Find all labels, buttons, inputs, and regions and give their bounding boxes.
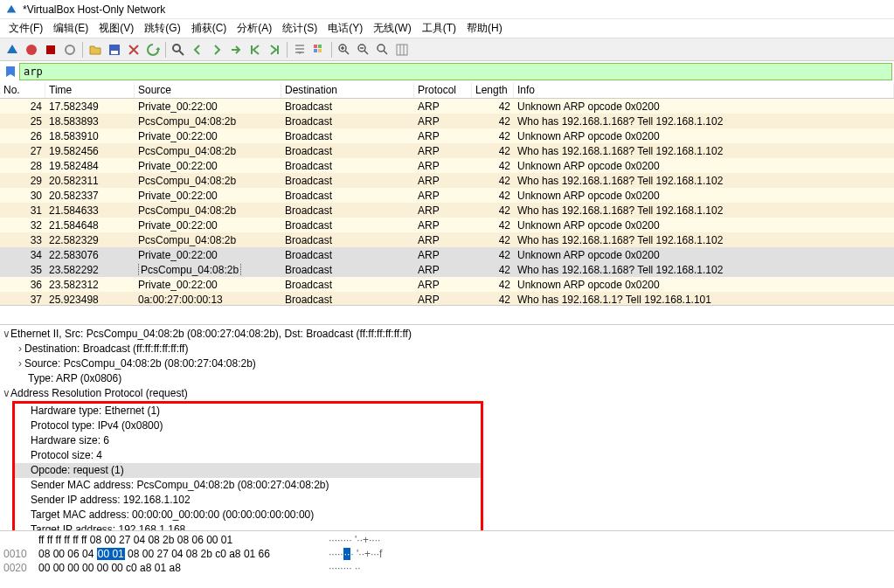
svg-rect-13	[397, 45, 407, 55]
zoom-reset-icon[interactable]	[374, 41, 392, 59]
svg-point-2	[66, 45, 74, 54]
column-no[interactable]: No.	[0, 82, 45, 98]
menu-file[interactable]: 文件(F)	[3, 19, 48, 38]
menu-analyze[interactable]: 分析(A)	[232, 19, 277, 38]
packet-list-header: No. Time Source Destination Protocol Len…	[0, 82, 894, 99]
packet-row[interactable]: 3121.584633PcsCompu_04:08:2bBroadcastARP…	[0, 203, 894, 218]
svg-rect-6	[314, 45, 317, 48]
tree-arp-hwsize[interactable]: Hardware size: 6	[15, 433, 481, 448]
column-protocol[interactable]: Protocol	[414, 82, 472, 98]
svg-point-12	[378, 45, 385, 52]
packet-row[interactable]: 3221.584648Private_00:22:00BroadcastARP4…	[0, 218, 894, 232]
go-next-icon[interactable]	[208, 41, 225, 59]
column-source[interactable]: Source	[135, 82, 281, 98]
pane-splitter[interactable]	[0, 306, 894, 325]
tree-arp-opcode[interactable]: Opcode: request (1)	[15, 463, 481, 478]
tree-eth-type[interactable]: Type: ARP (0x0806)	[0, 371, 894, 386]
resize-columns-icon[interactable]	[393, 41, 411, 59]
tree-ethernet[interactable]: ∨Ethernet II, Src: PcsCompu_04:08:2b (08…	[0, 327, 894, 342]
app-icon	[5, 3, 17, 16]
hex-row[interactable]: 0010 08 00 06 04 00 01 08 00 27 04 08 2b…	[3, 547, 891, 561]
menu-telephony[interactable]: 电话(Y)	[322, 19, 368, 38]
reload-icon[interactable]	[144, 41, 162, 59]
caret-right-icon: ›	[16, 342, 24, 356]
menu-tools[interactable]: 工具(T)	[417, 19, 461, 38]
tree-eth-dst[interactable]: ›Destination: Broadcast (ff:ff:ff:ff:ff:…	[0, 342, 894, 356]
hex-highlight: 00 01	[97, 548, 125, 560]
packet-row[interactable]: 3725.9234980a:00:27:00:00:13BroadcastARP…	[0, 292, 894, 306]
packet-row[interactable]: 2518.583893PcsCompu_04:08:2bBroadcastARP…	[0, 114, 894, 128]
packet-details-pane[interactable]: ∨Ethernet II, Src: PcsCompu_04:08:2b (08…	[0, 325, 894, 531]
caret-down-icon: ∨	[2, 327, 10, 342]
menu-capture[interactable]: 捕获(C)	[186, 19, 232, 38]
tree-arp-tip[interactable]: Target IP address: 192.168.1.168	[15, 522, 481, 531]
go-last-icon[interactable]	[266, 41, 283, 59]
zoom-in-icon[interactable]	[336, 41, 353, 59]
menu-statistics[interactable]: 统计(S)	[277, 19, 322, 38]
tree-arp-prototype[interactable]: Protocol type: IPv4 (0x0800)	[15, 419, 481, 433]
packet-row[interactable]: 3623.582312Private_00:22:00BroadcastARP4…	[0, 277, 894, 292]
column-length[interactable]: Length	[472, 82, 514, 98]
start-capture-icon[interactable]	[3, 41, 21, 59]
stop-capture-icon[interactable]	[23, 41, 40, 59]
packet-list-pane[interactable]: No. Time Source Destination Protocol Len…	[0, 82, 894, 306]
hex-row[interactable]: 0020 00 00 00 00 00 00 c0 a8 01 a8 ·····…	[3, 561, 891, 575]
tree-arp-sip[interactable]: Sender IP address: 192.168.1.102	[15, 493, 481, 508]
toolbar-separator	[82, 42, 83, 58]
zoom-out-icon[interactable]	[355, 41, 372, 59]
tree-arp-tmac[interactable]: Target MAC address: 00:00:00_00:00:00 (0…	[15, 508, 481, 522]
packet-row[interactable]: 2920.582311PcsCompu_04:08:2bBroadcastARP…	[0, 173, 894, 188]
svg-point-0	[26, 45, 37, 55]
tree-arp-smac[interactable]: Sender MAC address: PcsCompu_04:08:2b (0…	[15, 478, 481, 493]
go-prev-icon[interactable]	[189, 41, 206, 59]
autoscroll-icon[interactable]	[291, 41, 308, 59]
go-jump-icon[interactable]	[227, 41, 245, 59]
colorize-icon[interactable]	[310, 41, 328, 59]
svg-point-5	[173, 45, 180, 52]
tree-arp-hwtype[interactable]: Hardware type: Ethernet (1)	[15, 404, 481, 419]
toolbar-separator	[287, 42, 288, 58]
window-title: *VirtualBox Host-Only Network	[23, 3, 165, 16]
hex-dump-pane[interactable]: ff ff ff ff ff ff 08 00 27 04 08 2b 08 0…	[0, 531, 894, 588]
tree-arp[interactable]: ∨Address Resolution Protocol (request)	[0, 386, 894, 401]
packet-row[interactable]: 3020.582337Private_00:22:00BroadcastARP4…	[0, 188, 894, 203]
find-packet-icon[interactable]	[170, 41, 187, 59]
go-first-icon[interactable]	[246, 41, 264, 59]
window-title-bar: *VirtualBox Host-Only Network	[0, 0, 894, 19]
menu-go[interactable]: 跳转(G)	[139, 19, 185, 38]
packet-row[interactable]: 2417.582349Private_00:22:00BroadcastARP4…	[0, 99, 894, 114]
tree-arp-protosize[interactable]: Protocol size: 4	[15, 448, 481, 463]
packet-row[interactable]: 2618.583910Private_00:22:00BroadcastARP4…	[0, 128, 894, 143]
toolbar	[0, 38, 894, 61]
svg-rect-7	[318, 45, 322, 48]
packet-row[interactable]: 3523.582292PcsCompu_04:08:2bBroadcastARP…	[0, 262, 894, 277]
close-file-icon[interactable]	[125, 41, 142, 59]
column-time[interactable]: Time	[45, 82, 135, 98]
hex-row[interactable]: ff ff ff ff ff ff 08 00 27 04 08 2b 08 0…	[3, 533, 891, 547]
caret-down-icon: ∨	[2, 386, 10, 401]
save-file-icon[interactable]	[106, 41, 123, 59]
filter-bar	[0, 61, 894, 82]
svg-rect-1	[46, 45, 55, 54]
packet-row[interactable]: 3322.582329PcsCompu_04:08:2bBroadcastARP…	[0, 232, 894, 247]
svg-rect-4	[111, 51, 118, 54]
bookmark-icon[interactable]	[3, 65, 17, 79]
menu-edit[interactable]: 编辑(E)	[48, 19, 94, 38]
menu-help[interactable]: 帮助(H)	[461, 19, 508, 38]
column-info[interactable]: Info	[514, 82, 894, 98]
open-file-icon[interactable]	[87, 41, 104, 59]
tree-eth-src[interactable]: ›Source: PcsCompu_04:08:2b (08:00:27:04:…	[0, 356, 894, 371]
toolbar-separator	[331, 42, 332, 58]
restart-capture-icon[interactable]	[42, 41, 59, 59]
svg-rect-9	[318, 49, 322, 52]
menu-bar: 文件(F) 编辑(E) 视图(V) 跳转(G) 捕获(C) 分析(A) 统计(S…	[0, 19, 894, 38]
packet-row[interactable]: 2719.582456PcsCompu_04:08:2bBroadcastARP…	[0, 143, 894, 158]
packet-row[interactable]: 3422.583076Private_00:22:00BroadcastARP4…	[0, 247, 894, 262]
menu-view[interactable]: 视图(V)	[94, 19, 139, 38]
display-filter-input[interactable]	[19, 63, 892, 80]
packet-row[interactable]: 2819.582484Private_00:22:00BroadcastARP4…	[0, 158, 894, 173]
capture-options-icon[interactable]	[61, 41, 79, 59]
column-destination[interactable]: Destination	[281, 82, 414, 98]
menu-wireless[interactable]: 无线(W)	[368, 19, 416, 38]
toolbar-separator	[165, 42, 166, 58]
